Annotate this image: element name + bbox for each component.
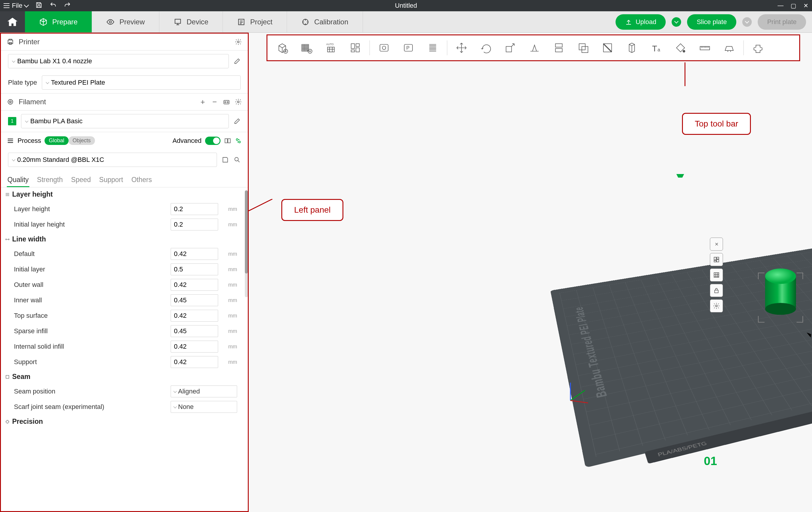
chevron-down-icon — [46, 80, 49, 84]
tool-arrange[interactable] — [343, 37, 367, 58]
sparse-infill-input[interactable] — [171, 325, 218, 337]
viewport-3d[interactable]: AUTO P Ta Top tool bar — [249, 33, 812, 512]
inner-wall-input[interactable] — [171, 294, 218, 306]
add-filament-button[interactable]: + — [199, 98, 206, 105]
file-menu[interactable]: File — [4, 2, 28, 9]
precision-section[interactable]: Precision — [1, 414, 248, 429]
support-width-input[interactable] — [171, 356, 218, 368]
global-objects-toggle[interactable]: Global Objects — [45, 136, 95, 145]
top-surface-input[interactable] — [171, 310, 218, 322]
tool-add-cube[interactable] — [270, 37, 294, 58]
slice-button[interactable]: Slice plate — [687, 14, 736, 30]
plate-type-selector[interactable]: Textured PEI Plate — [42, 76, 241, 90]
edit-icon[interactable] — [234, 58, 241, 65]
gear-icon[interactable] — [235, 38, 242, 46]
svg-rect-40 — [714, 257, 716, 260]
tool-text[interactable]: Ta — [644, 37, 668, 58]
svg-rect-44 — [714, 273, 719, 277]
svg-point-6 — [8, 100, 13, 104]
tool-scale[interactable] — [498, 37, 522, 58]
tool-cut[interactable] — [547, 37, 571, 58]
scarf-joint-select[interactable]: None — [171, 401, 237, 413]
tool-color-paint[interactable] — [669, 37, 692, 58]
tool-seam-paint[interactable] — [620, 37, 644, 58]
filament-badge[interactable]: 1 — [8, 117, 16, 125]
tab-prepare[interactable]: Prepare — [25, 11, 92, 32]
chevron-down-icon — [12, 158, 15, 161]
save-preset-icon[interactable] — [222, 156, 229, 163]
search-icon[interactable] — [234, 156, 241, 163]
redo-button[interactable] — [64, 1, 71, 10]
compare-icon[interactable] — [224, 137, 231, 144]
remove-filament-button[interactable]: − — [211, 98, 218, 105]
tool-assembly[interactable] — [717, 37, 741, 58]
layer-height-input[interactable] — [171, 203, 218, 215]
advanced-toggle[interactable] — [205, 137, 221, 145]
home-tab[interactable] — [0, 11, 25, 32]
tab-calibration[interactable]: Calibration — [287, 11, 363, 32]
save-button[interactable] — [35, 1, 42, 10]
upload-button[interactable]: Upload — [615, 14, 666, 30]
svg-rect-24 — [356, 48, 359, 52]
filament-selector[interactable]: Bambu PLA Basic — [21, 114, 229, 128]
slice-dropdown-button[interactable] — [672, 17, 681, 27]
tool-rotate[interactable] — [474, 37, 498, 58]
tab-speed[interactable]: Speed — [70, 173, 92, 187]
svg-text:AUTO: AUTO — [326, 43, 334, 46]
layer-height-section[interactable]: Layer height — [1, 187, 248, 201]
plate-close-button[interactable]: ✕ — [710, 238, 723, 251]
callout-left-panel: Left panel — [281, 199, 343, 221]
seam-position-select[interactable]: Aligned — [171, 385, 237, 397]
seam-section[interactable]: Seam — [1, 370, 248, 384]
print-dropdown-button[interactable] — [742, 17, 752, 27]
ams-icon[interactable] — [223, 98, 230, 105]
hamburger-icon — [4, 3, 9, 8]
tab-device[interactable]: Device — [160, 11, 223, 32]
edit-icon[interactable] — [234, 117, 241, 125]
internal-solid-input[interactable] — [171, 341, 218, 352]
tab-preview[interactable]: Preview — [92, 11, 159, 32]
tab-project-label: Project — [250, 18, 272, 26]
maximize-button[interactable]: ▢ — [791, 2, 796, 9]
tab-project[interactable]: Project — [223, 11, 287, 32]
precision-icon — [5, 419, 10, 424]
plate-lock-button[interactable] — [710, 284, 723, 297]
tool-mesh-boolean[interactable] — [571, 37, 595, 58]
tab-strength[interactable]: Strength — [36, 173, 63, 187]
preset-selector[interactable]: 0.20mm Standard @BBL X1C — [8, 153, 217, 167]
line-width-section[interactable]: Line width — [1, 232, 248, 246]
printer-section-label: Printer — [19, 38, 40, 46]
tool-more[interactable] — [746, 37, 770, 58]
axis-gizmo[interactable] — [564, 374, 594, 404]
initial-layer-height-input[interactable] — [171, 219, 218, 231]
plate-settings-button[interactable] — [710, 299, 723, 313]
tool-support-paint[interactable] — [596, 37, 619, 58]
tool-lay-flat[interactable] — [523, 37, 546, 58]
tool-variable-height[interactable] — [421, 37, 444, 58]
tab-preview-label: Preview — [119, 18, 145, 26]
default-width-input[interactable] — [171, 248, 218, 260]
tab-support[interactable]: Support — [98, 173, 124, 187]
scrollbar-thumb[interactable] — [245, 190, 248, 273]
svg-rect-32 — [556, 48, 562, 52]
gear-icon[interactable] — [235, 98, 242, 105]
tab-others[interactable]: Others — [131, 173, 152, 187]
minimize-button[interactable]: — — [778, 2, 784, 9]
tool-split-objects[interactable] — [372, 37, 396, 58]
tool-add-plate[interactable] — [295, 37, 318, 58]
tool-auto-orient[interactable]: AUTO — [319, 37, 343, 58]
scrollbar[interactable] — [245, 190, 248, 297]
tab-quality[interactable]: Quality — [7, 173, 29, 187]
plate-orient-button[interactable] — [710, 268, 723, 281]
printer-selector[interactable]: Bambu Lab X1 0.4 nozzle — [8, 54, 229, 68]
initial-layer-width-input[interactable] — [171, 263, 218, 275]
plate-arrange-button[interactable] — [710, 253, 723, 266]
model-cylinder[interactable] — [765, 276, 796, 309]
tool-measure[interactable] — [693, 37, 717, 58]
tool-split-parts[interactable]: P — [397, 37, 420, 58]
flush-icon[interactable] — [235, 137, 242, 144]
undo-button[interactable] — [50, 1, 57, 10]
close-button[interactable]: ✕ — [803, 2, 808, 9]
tool-move[interactable] — [450, 37, 473, 58]
outer-wall-input[interactable] — [171, 279, 218, 291]
